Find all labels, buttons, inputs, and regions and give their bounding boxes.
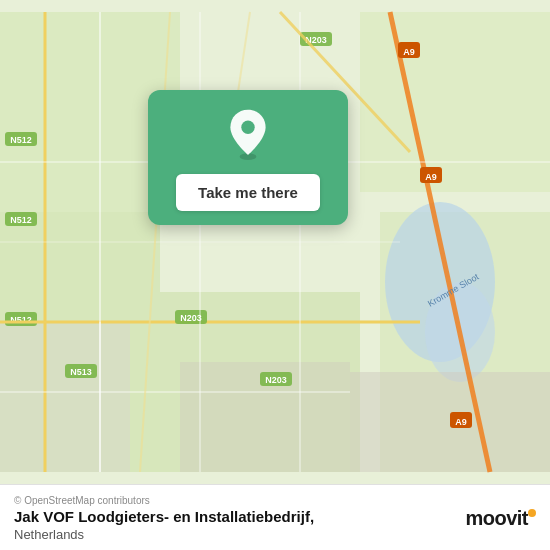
svg-text:A9: A9 <box>455 417 467 427</box>
moovit-text: moovit <box>465 507 536 530</box>
svg-rect-4 <box>360 12 550 192</box>
take-me-there-button[interactable]: Take me there <box>176 174 320 211</box>
svg-text:N203: N203 <box>265 375 287 385</box>
app-container: N512 N512 N512 N203 N203 N513 A9 A9 A9 <box>0 0 550 550</box>
moovit-dot-icon <box>528 509 536 517</box>
moovit-logo: moovit <box>465 507 536 530</box>
svg-point-47 <box>241 121 254 134</box>
moovit-label: moovit <box>465 507 528 529</box>
map-container: N512 N512 N512 N203 N203 N513 A9 A9 A9 <box>0 0 550 484</box>
svg-text:A9: A9 <box>403 47 415 57</box>
location-card: Take me there <box>148 90 348 225</box>
location-pin-icon <box>222 108 274 160</box>
svg-text:A9: A9 <box>425 172 437 182</box>
business-country: Netherlands <box>14 527 314 542</box>
svg-text:N512: N512 <box>10 215 32 225</box>
copyright-text: © OpenStreetMap contributors <box>14 495 314 506</box>
svg-rect-8 <box>0 322 130 472</box>
svg-text:N203: N203 <box>180 313 202 323</box>
map-background: N512 N512 N512 N203 N203 N513 A9 A9 A9 <box>0 0 550 484</box>
svg-text:N513: N513 <box>70 367 92 377</box>
svg-text:N512: N512 <box>10 135 32 145</box>
bottom-left-info: © OpenStreetMap contributors Jak VOF Loo… <box>14 495 314 542</box>
business-name: Jak VOF Loodgieters- en Installatiebedri… <box>14 508 314 525</box>
info-bar: © OpenStreetMap contributors Jak VOF Loo… <box>0 484 550 550</box>
